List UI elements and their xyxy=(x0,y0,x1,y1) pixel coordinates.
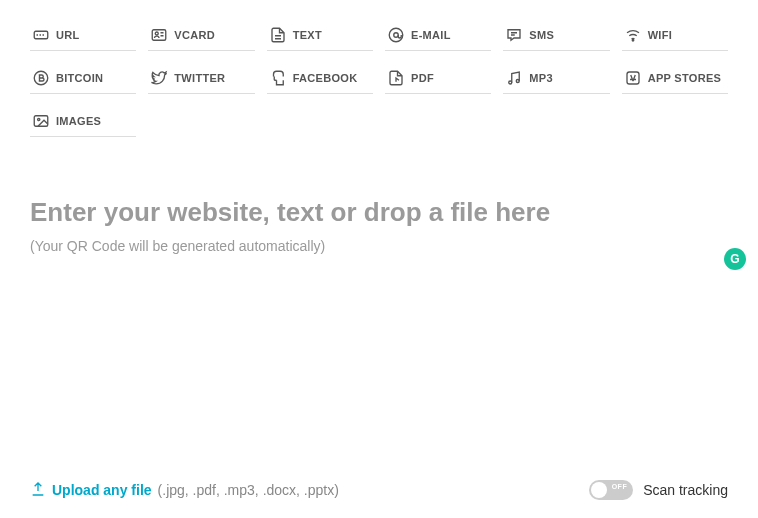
tab-label: SMS xyxy=(529,29,554,41)
tab-mp3[interactable]: MP3 xyxy=(503,63,609,94)
facebook-icon xyxy=(269,69,287,87)
tab-label: IMAGES xyxy=(56,115,101,127)
upload-button[interactable]: Upload any file (.jpg, .pdf, .mp3, .docx… xyxy=(30,481,339,500)
tab-url[interactable]: URL xyxy=(30,20,136,51)
scan-tracking-control: OFF Scan tracking xyxy=(589,480,728,500)
main-input-area[interactable]: Enter your website, text or drop a file … xyxy=(30,197,728,254)
tab-label: WIFI xyxy=(648,29,672,41)
tab-label: MP3 xyxy=(529,72,553,84)
text-icon xyxy=(269,26,287,44)
tab-appstores[interactable]: APP STORES xyxy=(622,63,728,94)
svg-point-2 xyxy=(156,32,159,35)
tab-label: TEXT xyxy=(293,29,322,41)
tab-sms[interactable]: SMS xyxy=(503,20,609,51)
type-tabs: URL VCARD TEXT E-MAIL SMS WIFI BITCOIN T… xyxy=(30,20,728,137)
sms-icon xyxy=(505,26,523,44)
svg-point-5 xyxy=(632,40,634,42)
tab-text[interactable]: TEXT xyxy=(267,20,373,51)
upload-hint: (.jpg, .pdf, .mp3, .docx, .pptx) xyxy=(158,482,339,498)
input-placeholder-title: Enter your website, text or drop a file … xyxy=(30,197,728,228)
tab-vcard[interactable]: VCARD xyxy=(148,20,254,51)
scan-tracking-toggle[interactable]: OFF xyxy=(589,480,633,500)
svg-rect-10 xyxy=(34,116,48,127)
tab-label: APP STORES xyxy=(648,72,722,84)
toggle-state-label: OFF xyxy=(612,483,628,490)
mp3-icon xyxy=(505,69,523,87)
wifi-icon xyxy=(624,26,642,44)
bitcoin-icon xyxy=(32,69,50,87)
svg-rect-9 xyxy=(627,72,639,84)
images-icon xyxy=(32,112,50,130)
upload-label: Upload any file xyxy=(52,482,152,498)
grammarly-badge[interactable]: G xyxy=(724,248,746,270)
tab-bitcoin[interactable]: BITCOIN xyxy=(30,63,136,94)
svg-point-11 xyxy=(38,118,40,120)
pdf-icon xyxy=(387,69,405,87)
svg-point-7 xyxy=(509,81,512,84)
bottom-bar: Upload any file (.jpg, .pdf, .mp3, .docx… xyxy=(30,480,728,500)
email-icon xyxy=(387,26,405,44)
input-placeholder-sub: (Your QR Code will be generated automati… xyxy=(30,238,728,254)
tab-label: URL xyxy=(56,29,80,41)
tab-pdf[interactable]: PDF xyxy=(385,63,491,94)
tab-label: VCARD xyxy=(174,29,215,41)
appstores-icon xyxy=(624,69,642,87)
tab-label: BITCOIN xyxy=(56,72,103,84)
tab-label: PDF xyxy=(411,72,434,84)
svg-rect-1 xyxy=(153,30,167,41)
vcard-icon xyxy=(150,26,168,44)
upload-icon xyxy=(30,481,46,500)
tab-label: E-MAIL xyxy=(411,29,451,41)
twitter-icon xyxy=(150,69,168,87)
svg-point-8 xyxy=(517,80,520,83)
tab-email[interactable]: E-MAIL xyxy=(385,20,491,51)
tab-twitter[interactable]: TWITTER xyxy=(148,63,254,94)
url-icon xyxy=(32,26,50,44)
tab-images[interactable]: IMAGES xyxy=(30,106,136,137)
scan-tracking-label: Scan tracking xyxy=(643,482,728,498)
tab-label: TWITTER xyxy=(174,72,225,84)
tab-label: FACEBOOK xyxy=(293,72,358,84)
tab-facebook[interactable]: FACEBOOK xyxy=(267,63,373,94)
tab-wifi[interactable]: WIFI xyxy=(622,20,728,51)
